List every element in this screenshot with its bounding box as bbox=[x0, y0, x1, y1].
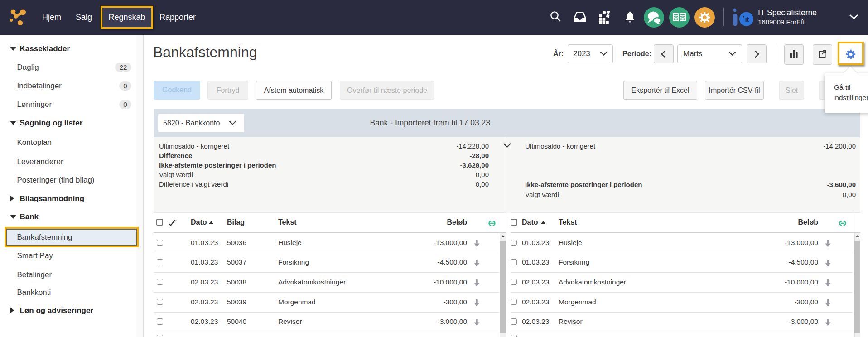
svg-text:ıt: ıt bbox=[745, 16, 749, 23]
